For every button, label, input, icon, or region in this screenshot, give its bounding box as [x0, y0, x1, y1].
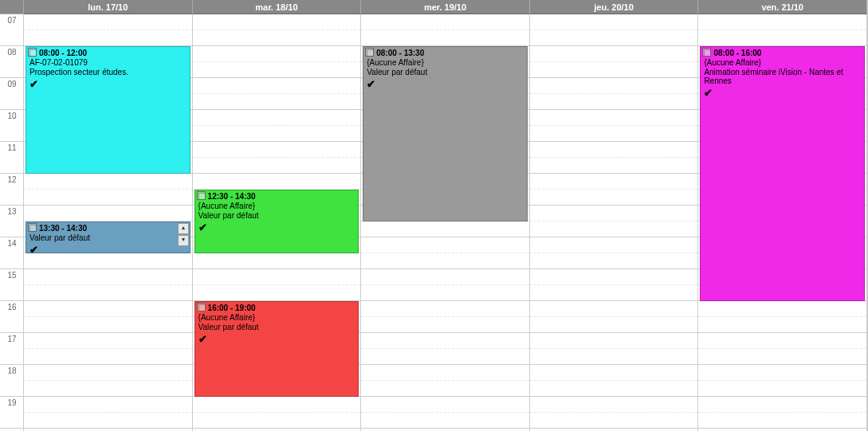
hour-label: 08 [0, 46, 24, 78]
calendar-event[interactable]: 08:00 - 16:00{Aucune Affaire}Animation s… [700, 46, 865, 301]
hour-label: 18 [0, 365, 24, 397]
hour-label: 10 [0, 110, 24, 142]
hour-label: 15 [0, 269, 24, 301]
event-description: Valeur par défaut [367, 68, 524, 76]
hour-label: 09 [0, 78, 24, 110]
checkmark-icon: ✔ [198, 333, 207, 345]
calendar-event[interactable]: 16:00 - 19:00{Aucune Affaire}Valeur par … [194, 301, 359, 397]
scroll-down-icon[interactable]: ▾ [178, 235, 189, 246]
event-subject: {Aucune Affaire} [198, 202, 355, 210]
event-subject: {Aucune Affaire} [704, 58, 861, 67]
event-subject: AF-07-02-01079 [29, 58, 187, 67]
calendar-event[interactable]: 08:00 - 13:30{Aucune Affaire}Valeur par … [363, 46, 528, 221]
day-header-fri[interactable]: ven. 21/10 [698, 0, 867, 14]
checkmark-icon: ✔ [29, 244, 38, 253]
event-description: Valeur par défaut [198, 323, 355, 331]
time-gutter: 07 08 09 10 11 12 13 14 15 16 17 18 19 [0, 14, 24, 431]
event-time: 08:00 - 12:00 [39, 49, 87, 57]
popup-icon[interactable] [198, 193, 206, 200]
checkmark-icon: ✔ [198, 221, 207, 233]
popup-icon[interactable] [198, 304, 206, 311]
hour-label: 19 [0, 397, 24, 429]
popup-icon[interactable] [29, 49, 37, 57]
event-description: Valeur par défaut [198, 211, 355, 220]
calendar-event[interactable]: 12:30 - 14:30{Aucune Affaire}Valeur par … [194, 190, 359, 253]
hour-label: 17 [0, 333, 24, 365]
day-header-mon[interactable]: lun. 17/10 [24, 0, 193, 14]
days-area: 08:00 - 12:00AF-07-02-01079Prospection s… [24, 14, 867, 431]
event-subject: {Aucune Affaire} [367, 58, 524, 67]
hour-label: 14 [0, 237, 24, 269]
event-time: 08:00 - 13:30 [376, 49, 424, 57]
event-time: 13:30 - 14:30 [39, 224, 87, 233]
calendar-event[interactable]: 13:30 - 14:30Valeur par défaut✔▴▾ [26, 221, 190, 253]
calendar-event[interactable]: 08:00 - 12:00AF-07-02-01079Prospection s… [26, 46, 190, 174]
event-subject: Valeur par défaut [29, 233, 187, 242]
calendar-week-view: lun. 17/10 mar. 18/10 mer. 19/10 jeu. 20… [0, 0, 868, 431]
time-column-header [0, 0, 24, 14]
scroll-up-icon[interactable]: ▴ [178, 223, 189, 234]
hour-label: 13 [0, 206, 24, 237]
day-column-fri[interactable]: 08:00 - 16:00{Aucune Affaire}Animation s… [698, 14, 867, 431]
day-column-tue[interactable]: 12:30 - 14:30{Aucune Affaire}Valeur par … [193, 14, 362, 431]
event-description: Prospection secteur études. [29, 68, 187, 76]
calendar-header-row: lun. 17/10 mar. 18/10 mer. 19/10 jeu. 20… [0, 0, 867, 14]
hour-label: 07 [0, 14, 24, 46]
event-description: Animation séminaire iVision - Nantes et … [704, 68, 861, 85]
day-column-thu[interactable] [530, 14, 699, 431]
day-header-wed[interactable]: mer. 19/10 [361, 0, 530, 14]
event-time: 08:00 - 16:00 [713, 49, 761, 57]
event-subject: {Aucune Affaire} [198, 313, 355, 322]
day-column-wed[interactable]: 08:00 - 13:30{Aucune Affaire}Valeur par … [361, 14, 530, 431]
checkmark-icon: ✔ [704, 87, 713, 99]
hour-label: 16 [0, 301, 24, 333]
day-header-thu[interactable]: jeu. 20/10 [530, 0, 699, 14]
popup-icon[interactable] [367, 49, 374, 57]
day-header-tue[interactable]: mar. 18/10 [193, 0, 362, 14]
calendar-body: 07 08 09 10 11 12 13 14 15 16 17 18 19 0… [0, 14, 867, 431]
checkmark-icon: ✔ [29, 78, 38, 90]
popup-icon[interactable] [704, 49, 711, 57]
hour-label: 12 [0, 174, 24, 206]
day-column-mon[interactable]: 08:00 - 12:00AF-07-02-01079Prospection s… [24, 14, 193, 431]
popup-icon[interactable] [29, 225, 37, 232]
checkmark-icon: ✔ [367, 78, 375, 90]
event-time: 12:30 - 14:30 [208, 192, 256, 201]
hour-label: 11 [0, 142, 24, 174]
event-time: 16:00 - 19:00 [208, 304, 256, 312]
